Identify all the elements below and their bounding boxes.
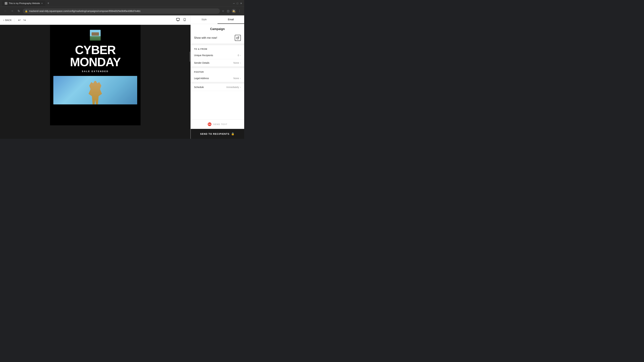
- desktop-toggle-button[interactable]: ◫: [226, 9, 230, 13]
- sender-details-chevron-icon: ›: [240, 61, 241, 64]
- tab-title: This is my Photography Website: [9, 2, 40, 4]
- back-label: BACK: [5, 19, 12, 21]
- schedule-row[interactable]: Schedule Immediately ›: [191, 83, 244, 91]
- menu-button[interactable]: ⋮: [238, 9, 242, 13]
- incognito-icon: 🕵: [232, 9, 236, 12]
- svg-point-4: [184, 20, 185, 21]
- unique-recipients-chevron-icon: ›: [240, 54, 241, 57]
- canvas-wrapper: CYBERMONDAY SALE EXTENDED: [0, 25, 190, 139]
- panel-tabs: Style Email: [191, 15, 244, 24]
- legal-address-label: Legal Address: [194, 77, 209, 80]
- back-chevron-icon: ‹: [3, 18, 4, 22]
- to-from-section-title: TO & FROM: [191, 45, 244, 52]
- email-header-image: [90, 30, 100, 40]
- browser-chrome: This is my Photography Website × + – □ ✕: [0, 0, 244, 7]
- undo-redo-group: ↩ ↪: [17, 17, 27, 23]
- url-text: mackerel-seal-nldy.squarespace.com/confi…: [29, 10, 140, 12]
- lock-icon: 🔒: [25, 10, 28, 12]
- sender-details-row[interactable]: Sender Details None ›: [191, 59, 244, 67]
- schedule-value: Immediately ›: [226, 86, 241, 88]
- browser-navigation-bar: ← → ↻ 🔒 mackerel-seal-nldy.squarespace.c…: [0, 7, 244, 15]
- redo-button[interactable]: ↪: [22, 17, 27, 23]
- tab-email[interactable]: Email: [218, 15, 244, 24]
- sender-details-value: None ›: [234, 61, 241, 64]
- schedule-label: Schedule: [194, 86, 204, 88]
- send-test-error-icon: ⛔: [208, 122, 212, 126]
- browser-actions: ☆ ◫ 🕵 ⋮: [221, 9, 242, 13]
- mobile-view-button[interactable]: [182, 17, 187, 23]
- editor-area: ‹ BACK ↩ ↪: [0, 15, 190, 139]
- legal-address-chevron-icon: ›: [240, 77, 241, 80]
- app-toolbar: ‹ BACK ↩ ↪: [0, 15, 190, 25]
- canvas-scrollbar[interactable]: [190, 52, 190, 62]
- footer-section-title: FOOTER: [191, 68, 244, 75]
- show-now-label: Show with me now!: [194, 36, 217, 39]
- active-tab[interactable]: This is my Photography Website ×: [2, 1, 45, 6]
- send-test-label: SEND TEST: [213, 123, 228, 125]
- unique-recipients-value: 0 ›: [238, 54, 241, 57]
- unique-recipients-row[interactable]: Unique Recipients 0 ›: [191, 52, 244, 59]
- toolbar-divider: [14, 18, 14, 22]
- right-panel: Style Email Campaign Show with me now! T…: [190, 15, 244, 139]
- back-navigation-button[interactable]: ←: [3, 8, 8, 14]
- schedule-chevron-icon: ›: [240, 86, 241, 88]
- reload-button[interactable]: ↻: [16, 8, 22, 14]
- send-recipients-label: SEND TO RECIPIENTS: [200, 133, 230, 135]
- sender-details-label: Sender Details: [194, 61, 210, 64]
- share-icon-button[interactable]: [235, 35, 241, 41]
- svg-rect-0: [176, 18, 180, 20]
- panel-spacer: [191, 91, 244, 119]
- tab-style[interactable]: Style: [191, 15, 218, 24]
- lock-icon-white: 🔒: [231, 132, 234, 135]
- section-divider-2: [191, 67, 244, 68]
- legal-address-row[interactable]: Legal Address None ›: [191, 75, 244, 82]
- cyber-monday-heading: CYBERMONDAY: [70, 44, 120, 68]
- close-window-button[interactable]: ✕: [240, 2, 242, 5]
- maximize-button[interactable]: □: [237, 2, 238, 5]
- back-button[interactable]: ‹ BACK: [3, 18, 12, 22]
- legal-address-value: None ›: [234, 77, 241, 80]
- email-canvas: CYBERMONDAY SALE EXTENDED: [50, 25, 140, 125]
- send-test-row[interactable]: ⛔ SEND TEST: [191, 119, 244, 129]
- browser-tabs: This is my Photography Website × +: [2, 1, 51, 6]
- address-bar[interactable]: 🔒 mackerel-seal-nldy.squarespace.com/con…: [23, 8, 220, 14]
- view-toggle: [175, 17, 187, 23]
- forward-navigation-button[interactable]: →: [10, 8, 15, 14]
- section-divider-1: [191, 44, 244, 45]
- unique-recipients-label: Unique Recipients: [194, 54, 213, 57]
- tab-favicon: [5, 2, 8, 5]
- minimize-button[interactable]: –: [233, 1, 235, 5]
- sale-extended-text: SALE EXTENDED: [82, 70, 109, 72]
- campaign-heading: Campaign: [191, 24, 244, 32]
- desktop-view-button[interactable]: [175, 17, 181, 23]
- tab-close-button[interactable]: ×: [41, 2, 42, 5]
- show-now-row: Show with me now!: [191, 32, 244, 44]
- bookmark-button[interactable]: ☆: [221, 9, 225, 13]
- incognito-badge: 🕵: [232, 9, 236, 13]
- svg-line-5: [238, 37, 239, 38]
- new-tab-button[interactable]: +: [46, 1, 51, 5]
- dancer-image: [53, 76, 137, 104]
- send-to-recipients-button[interactable]: SEND TO RECIPIENTS 🔒: [191, 129, 244, 139]
- window-controls: – □ ✕: [233, 1, 242, 5]
- undo-button[interactable]: ↩: [17, 17, 22, 23]
- section-divider-3: [191, 82, 244, 83]
- dancer-silhouette: [88, 81, 102, 104]
- main-layout: ‹ BACK ↩ ↪: [0, 15, 244, 139]
